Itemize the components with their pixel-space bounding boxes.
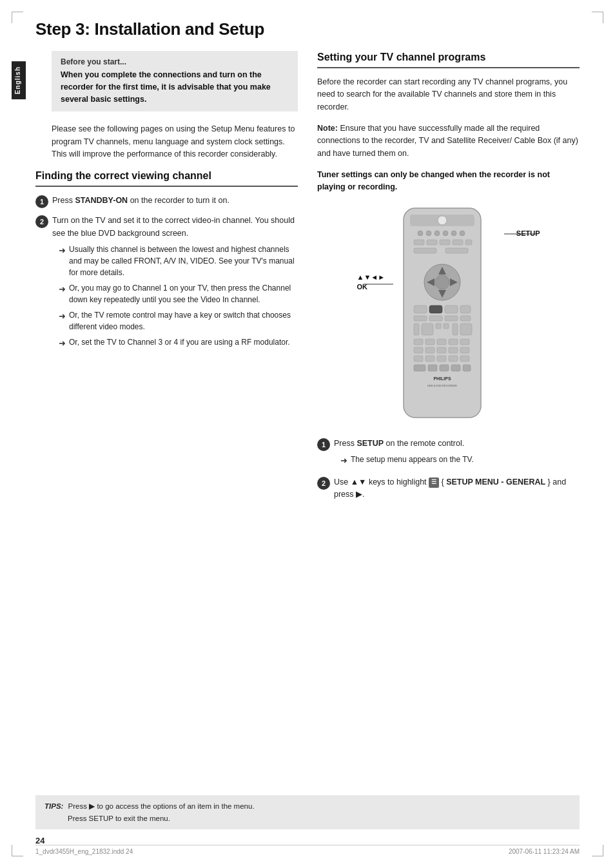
- corner-bl: [12, 845, 23, 856]
- svg-rect-30: [445, 316, 458, 321]
- tips-line2: Press SETUP to exit the menu.: [68, 815, 170, 822]
- setup-line: [504, 233, 538, 235]
- remote-illustration: ▲▼◄►OK SETUP: [317, 205, 580, 426]
- tuner-warning: Tuner settings can only be changed when …: [317, 169, 580, 193]
- main-content: Step 3: Installation and Setup Before yo…: [0, 0, 615, 559]
- svg-rect-15: [465, 240, 472, 245]
- svg-rect-26: [445, 305, 458, 313]
- svg-rect-56: [451, 365, 460, 371]
- before-title: Before you start...: [61, 57, 289, 66]
- svg-rect-25: [429, 305, 442, 313]
- right-step-1: 1 Press SETUP on the remote control. ➜ T…: [317, 438, 580, 470]
- footer-left: 1_dvdr3455H_eng_21832.indd 24: [35, 848, 133, 855]
- svg-point-4: [438, 216, 447, 225]
- svg-rect-38: [414, 339, 423, 345]
- right-arrow-icon-1: ➜: [340, 454, 347, 467]
- step-2-content: Turn on the TV and set it to the correct…: [52, 215, 298, 352]
- col-left: Before you start... When you complete th…: [35, 51, 298, 508]
- language-tab: English: [12, 61, 26, 99]
- right-step-num-2: 2: [317, 477, 330, 490]
- svg-rect-32: [414, 323, 419, 335]
- left-section-header: Finding the correct viewing channel: [35, 169, 298, 187]
- svg-rect-14: [453, 240, 463, 245]
- right-step-num-1: 1: [317, 438, 330, 451]
- left-section-title: Finding the correct viewing channel: [35, 169, 298, 183]
- svg-rect-40: [437, 339, 446, 345]
- footer-info: 1_dvdr3455H_eng_21832.indd 24 2007-06-11…: [35, 845, 580, 855]
- right-intro: Before the recorder can start recording …: [317, 76, 580, 113]
- note-para: Note: Ensure that you have successfully …: [317, 122, 580, 160]
- svg-rect-52: [460, 356, 469, 362]
- svg-rect-48: [414, 356, 423, 362]
- svg-point-9: [451, 231, 456, 236]
- svg-rect-11: [414, 240, 424, 245]
- page-number: 24: [35, 836, 44, 845]
- tips-box: TIPS: Press ▶ to go access the options o…: [35, 795, 580, 829]
- note-text: Ensure that you have successfully made a…: [317, 124, 578, 158]
- svg-rect-31: [460, 316, 471, 321]
- col-right: Setting your TV channel programs Before …: [317, 51, 580, 508]
- bullet-text-1: Usually this channel is between the lowe…: [69, 244, 298, 278]
- ok-label: ▲▼◄►OK: [357, 273, 386, 293]
- ok-line: [364, 284, 395, 285]
- bullet-text-3: Or, the TV remote control may have a key…: [69, 309, 298, 333]
- arrow-icon-2: ➜: [59, 283, 66, 296]
- svg-rect-34: [436, 323, 441, 329]
- svg-text:PHILIPS: PHILIPS: [433, 376, 451, 381]
- svg-rect-47: [460, 347, 469, 353]
- bullet-1: ➜ Usually this channel is between the lo…: [52, 244, 298, 278]
- arrow-icon-3: ➜: [59, 310, 66, 323]
- bullet-text-2: Or, you may go to Channel 1 on your TV, …: [69, 282, 298, 305]
- svg-rect-43: [414, 347, 423, 353]
- setup-button-label: SETUP: [356, 439, 384, 448]
- right-step-2-content: Use ▲▼ keys to highlight ☰ { SETUP MENU …: [334, 476, 580, 501]
- bullet-3: ➜ Or, the TV remote control may have a k…: [52, 309, 298, 333]
- right-bullet-1: ➜ The setup menu appears on the TV.: [334, 454, 580, 467]
- before-start-box: Before you start... When you complete th…: [52, 51, 298, 111]
- svg-rect-54: [428, 365, 437, 371]
- svg-rect-29: [429, 316, 442, 321]
- svg-rect-27: [460, 305, 471, 313]
- left-step-1: 1 Press STANDBY-ON on the recorder to tu…: [35, 195, 298, 208]
- right-step-2: 2 Use ▲▼ keys to highlight ☰ { SETUP MEN…: [317, 476, 580, 501]
- svg-rect-28: [414, 316, 427, 321]
- svg-rect-45: [437, 347, 446, 353]
- step-num-2: 2: [35, 215, 48, 228]
- svg-rect-37: [460, 323, 472, 335]
- intro-paragraph: Please see the following pages on using …: [52, 123, 298, 160]
- page-title: Step 3: Installation and Setup: [35, 19, 580, 39]
- svg-rect-57: [463, 365, 471, 371]
- bullet-4: ➜ Or, set the TV to Channel 3 or 4 if yo…: [52, 336, 298, 350]
- svg-rect-41: [449, 339, 458, 345]
- right-steps: 1 Press SETUP on the remote control. ➜ T…: [317, 438, 580, 501]
- svg-point-6: [426, 231, 431, 236]
- svg-rect-24: [414, 305, 427, 313]
- svg-rect-49: [425, 356, 434, 362]
- bullet-2: ➜ Or, you may go to Channel 1 on your TV…: [52, 282, 298, 305]
- svg-rect-33: [422, 323, 433, 335]
- step-1-content: Press STANDBY-ON on the recorder to turn…: [52, 195, 298, 207]
- svg-rect-51: [449, 356, 458, 362]
- svg-rect-17: [445, 248, 468, 253]
- right-bullet-text-1: The setup menu appears on the TV.: [351, 454, 474, 465]
- page-wrapper: English Step 3: Installation and Setup B…: [0, 0, 615, 868]
- step-num-1: 1: [35, 195, 48, 208]
- svg-rect-50: [437, 356, 446, 362]
- tips-line1: Press ▶ to go access the options of an i…: [68, 802, 255, 810]
- svg-point-8: [443, 231, 448, 236]
- footer-right: 2007-06-11 11:23:24 AM: [509, 848, 580, 855]
- svg-rect-55: [440, 365, 449, 371]
- setup-menu-label: SETUP MENU - GENERAL: [446, 477, 545, 487]
- arrow-icon-4: ➜: [59, 337, 66, 350]
- svg-rect-13: [440, 240, 450, 245]
- svg-point-19: [435, 275, 449, 289]
- arrow-icon-1: ➜: [59, 244, 66, 257]
- left-step-2: 2 Turn on the TV and set it to the corre…: [35, 215, 298, 352]
- bullet-text-4: Or, set the TV to Channel 3 or 4 if you …: [69, 336, 290, 348]
- svg-point-7: [434, 231, 440, 236]
- right-section-header: Setting your TV channel programs: [317, 51, 580, 68]
- svg-point-5: [418, 231, 423, 236]
- corner-tr: [592, 12, 603, 23]
- two-col-layout: Before you start... When you complete th…: [35, 51, 580, 508]
- svg-rect-35: [444, 323, 449, 329]
